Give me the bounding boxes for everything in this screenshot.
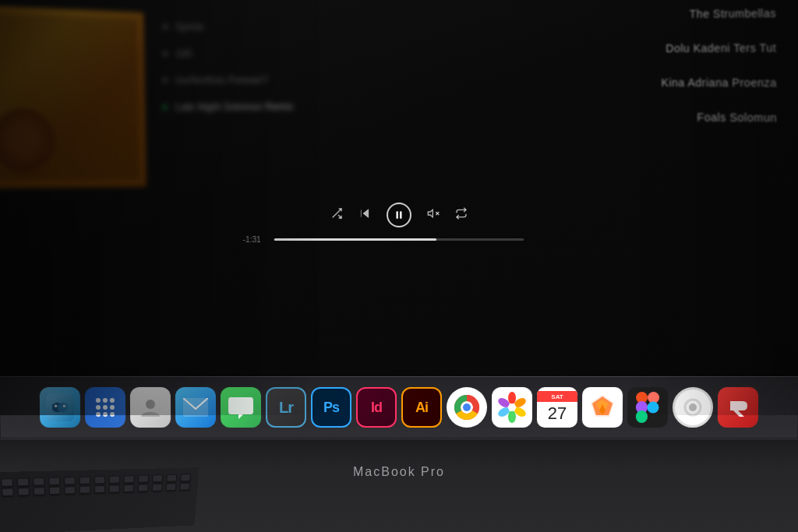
key: [64, 486, 75, 494]
dock-icon-mail[interactable]: [175, 387, 216, 428]
svg-point-15: [63, 404, 66, 407]
macbook-brand-label: MacBook Pro: [353, 465, 445, 479]
album-art: [0, 5, 147, 188]
time-current: -1:31: [243, 235, 267, 244]
svg-point-47: [647, 401, 659, 413]
key: [123, 484, 134, 492]
dock-icon-illustrator[interactable]: Ai: [401, 387, 442, 428]
dock-icon-circle[interactable]: [673, 387, 713, 428]
svg-point-24: [110, 412, 115, 417]
key: [180, 474, 191, 481]
key: [2, 488, 14, 496]
key: [94, 485, 105, 493]
dock: Lr Ps Id Ai: [0, 376, 798, 439]
previous-button[interactable]: [358, 207, 371, 223]
key: [166, 474, 177, 482]
key: [48, 477, 60, 486]
scene: Spirits 180 Iss/No/Kiss Forever? Late Ni…: [0, 0, 798, 532]
key: [152, 484, 163, 491]
key: [166, 483, 177, 491]
key: [94, 476, 105, 484]
dock-icon-lightroom[interactable]: Lr: [266, 387, 306, 428]
key: [34, 487, 45, 495]
artist-name: Kina Adriana Proenza: [528, 76, 777, 89]
dock-icon-finder[interactable]: [40, 387, 80, 428]
svg-point-35: [508, 410, 516, 423]
key: [79, 486, 90, 494]
svg-rect-5: [400, 211, 401, 218]
artist-name: The Strumbellas: [528, 7, 776, 22]
song-indicator: [163, 25, 168, 30]
svg-point-23: [103, 412, 108, 417]
dock-icon-launchpad[interactable]: [85, 387, 125, 428]
dock-icon-messages[interactable]: [221, 387, 261, 428]
song-indicator-active: [162, 105, 167, 110]
key: [109, 476, 120, 484]
key: [179, 483, 190, 491]
dock-icon-figma[interactable]: [627, 387, 668, 428]
svg-point-17: [103, 398, 108, 403]
progress-track[interactable]: [274, 238, 524, 241]
progress-fill: [274, 238, 436, 241]
svg-rect-46: [636, 410, 648, 423]
dock-icon-photos[interactable]: [492, 387, 532, 428]
progress-bar-container: -1:31: [243, 235, 556, 244]
player-controls: -1:31: [0, 203, 798, 244]
keyboard: [0, 467, 200, 532]
keyboard-keys: [0, 467, 200, 503]
key: [17, 478, 30, 487]
list-item: Iss/No/Kiss Forever?: [154, 69, 404, 92]
list-item-active: Late Night Solomun Remix: [154, 95, 404, 119]
key: [138, 484, 149, 491]
svg-point-16: [96, 398, 101, 403]
artist-name: Dolu Kadeni Ters Tut: [528, 41, 777, 55]
key: [33, 477, 44, 486]
dock-icon-photoshop[interactable]: Ps: [311, 387, 351, 428]
svg-point-20: [103, 405, 108, 410]
key: [1, 478, 13, 487]
key: [152, 474, 163, 482]
dock-icon-calendar[interactable]: SAT 27: [537, 387, 577, 428]
dock-icon-reeder[interactable]: [718, 387, 758, 428]
song-title: 180: [175, 48, 192, 59]
artist-name: Foals Solomun: [528, 110, 777, 124]
svg-rect-13: [58, 404, 68, 410]
dock-icon-contacts[interactable]: [130, 387, 171, 428]
key: [124, 475, 135, 483]
svg-rect-4: [397, 211, 398, 218]
song-list: Spirits 180 Iss/No/Kiss Forever? Late Ni…: [154, 16, 404, 122]
song-title: Iss/No/Kiss Forever?: [175, 75, 267, 86]
key: [64, 477, 76, 484]
key: [138, 475, 149, 483]
artist-list: The Strumbellas Dolu Kadeni Ters Tut Kin…: [527, 7, 777, 146]
svg-point-30: [463, 403, 471, 411]
key: [49, 487, 61, 495]
song-title: Late Night Solomun Remix: [175, 101, 293, 113]
svg-point-32: [508, 392, 516, 404]
key: [18, 488, 30, 496]
song-indicator: [163, 78, 168, 83]
list-item: 180: [155, 42, 404, 65]
svg-point-14: [55, 404, 58, 407]
svg-point-38: [508, 403, 516, 411]
svg-point-49: [689, 403, 697, 411]
svg-point-21: [110, 405, 115, 410]
song-indicator: [163, 51, 168, 56]
dock-icon-indesign[interactable]: Id: [356, 387, 397, 428]
svg-point-25: [146, 400, 155, 409]
control-buttons: [330, 203, 468, 227]
svg-point-19: [96, 405, 101, 410]
play-pause-button[interactable]: [387, 203, 411, 227]
svg-marker-2: [363, 210, 369, 218]
mute-button[interactable]: [427, 207, 440, 223]
svg-point-22: [96, 412, 101, 417]
shuffle-button[interactable]: [330, 207, 343, 223]
song-title: Spirits: [175, 22, 203, 33]
key: [109, 484, 120, 492]
key: [79, 477, 90, 484]
repeat-button[interactable]: [455, 207, 468, 223]
dock-icon-sketch[interactable]: [582, 387, 623, 428]
dock-icon-chrome[interactable]: [447, 387, 487, 428]
svg-marker-6: [428, 210, 433, 217]
svg-point-18: [110, 398, 115, 403]
